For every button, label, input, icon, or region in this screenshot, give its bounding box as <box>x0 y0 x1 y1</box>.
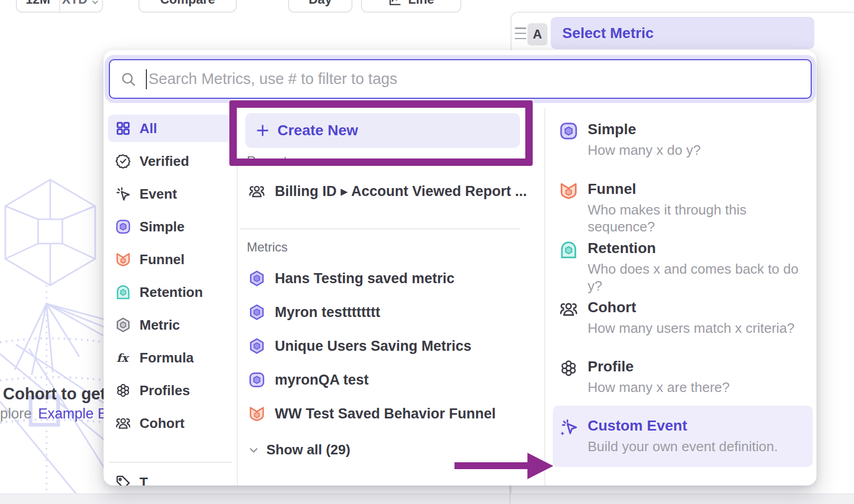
sidebar-item-simple[interactable]: Simple <box>108 213 233 240</box>
event-cursor-icon <box>115 186 131 202</box>
list-divider-vertical <box>544 108 545 486</box>
search-bar[interactable] <box>109 59 812 99</box>
cohort-people-icon <box>559 298 578 337</box>
show-all-button[interactable]: Show all (29) <box>247 442 350 458</box>
metric-item-label: WW Test Saved Behavior Funnel <box>275 406 496 422</box>
metric-row-badge: A <box>527 23 547 45</box>
sidebar-item-metric[interactable]: Metric <box>108 311 233 339</box>
custom-event-icon <box>559 417 578 455</box>
chevron-down-icon <box>90 0 100 7</box>
verified-badge-icon <box>115 153 131 169</box>
search-input[interactable] <box>148 70 811 88</box>
sidebar-item-funnel[interactable]: Funnel <box>108 246 233 273</box>
simple-metric-icon <box>248 371 265 388</box>
cohort-people-icon <box>248 183 265 200</box>
chevron-down-icon <box>247 444 260 456</box>
metric-item-label: myronQA test <box>275 372 369 388</box>
metric-list-item[interactable]: Unique Users Saving Metrics <box>248 338 471 354</box>
sidebar-divider <box>109 462 231 463</box>
metric-list-item[interactable]: Hans Testing saved metric <box>248 270 454 287</box>
sidebar-label: Cohort <box>140 415 184 432</box>
type-title: Funnel <box>588 180 807 198</box>
sidebar-label: Formula <box>140 350 194 366</box>
sidebar-item-verified[interactable]: Verified <box>108 147 233 175</box>
sidebar-label: T <box>140 474 148 486</box>
retention-icon <box>559 239 578 294</box>
search-icon <box>120 71 136 87</box>
svg-text:fx: fx <box>117 351 130 365</box>
simple-metric-icon <box>559 120 578 158</box>
cohort-people-icon <box>115 415 131 431</box>
annotation-arrow <box>454 449 555 483</box>
grid-icon <box>115 120 131 136</box>
metric-list-item[interactable]: myronQA test <box>248 371 369 388</box>
type-title: Simple <box>588 120 701 138</box>
type-profile[interactable]: Profile How many x are there? <box>559 358 807 396</box>
recent-item[interactable]: Billing ID ▸ Account Viewed Report ... <box>248 183 527 200</box>
select-metric-field[interactable]: Select Metric <box>551 17 814 49</box>
type-title: Retention <box>588 239 807 257</box>
type-desc: Who does x and comes back to do y? <box>588 260 807 294</box>
formula-fx-icon: fx <box>115 350 131 366</box>
recent-item-label: Billing ID ▸ Account Viewed Report ... <box>275 183 527 200</box>
sidebar-label: Metric <box>140 317 180 333</box>
saved-metric-icon <box>248 270 265 287</box>
compare-label: Compare <box>160 0 215 7</box>
funnel-icon <box>559 180 578 235</box>
type-cohort[interactable]: Cohort How many users match x criteria? <box>559 298 807 337</box>
funnel-icon <box>115 251 131 267</box>
sidebar-item-profiles[interactable]: Profiles <box>108 377 233 404</box>
sidebar-item-all[interactable]: All <box>108 115 233 142</box>
metrics-header: Metrics <box>247 240 287 255</box>
recents-metrics-divider <box>240 228 520 229</box>
app-root: 12M XTD Compare Day Line or Cohort to ge… <box>0 0 854 504</box>
sidebar-label: Funnel <box>140 251 184 268</box>
simple-metric-icon <box>115 219 131 235</box>
sidebar-item-cohort[interactable]: Cohort <box>108 409 233 437</box>
tag-icon <box>115 474 131 486</box>
type-custom-event[interactable]: Custom Event Build your own event defini… <box>559 417 807 455</box>
type-simple[interactable]: Simple How many x do y? <box>559 120 807 158</box>
type-desc: How many x are there? <box>588 379 730 396</box>
type-funnel[interactable]: Funnel Who makes it through this sequenc… <box>559 180 807 235</box>
range-xtd-label: XTD <box>62 0 87 7</box>
select-metric-label: Select Metric <box>562 25 654 42</box>
explore-prefix: or explore <box>0 406 32 422</box>
metric-item-label: Unique Users Saving Metrics <box>275 338 471 354</box>
sidebar-label: All <box>140 120 157 137</box>
sidebar-item-formula[interactable]: fx Formula <box>108 344 233 371</box>
saved-metric-icon <box>248 304 265 321</box>
day-label: Day <box>309 0 332 7</box>
type-desc: Build your own event definition. <box>588 438 778 455</box>
range-12m-label: 12M <box>25 0 50 7</box>
type-retention[interactable]: Retention Who does x and comes back to d… <box>559 239 807 294</box>
sidebar-item-partial[interactable]: T <box>108 469 233 486</box>
drag-handle-icon[interactable] <box>515 27 526 39</box>
profiles-flower-icon <box>115 382 131 398</box>
page-bottom-band <box>0 493 854 504</box>
metric-item-label: Hans Testing saved metric <box>275 270 454 287</box>
sidebar-label: Verified <box>140 153 189 170</box>
chart-type-line-button[interactable]: Line <box>361 0 461 13</box>
compare-button[interactable]: Compare <box>138 0 237 13</box>
annotation-highlight-box <box>229 100 533 166</box>
type-title: Profile <box>588 358 730 376</box>
sidebar-item-retention[interactable]: Retention <box>108 278 233 306</box>
type-title: Cohort <box>588 298 795 316</box>
sidebar-item-event[interactable]: Event <box>108 180 233 208</box>
funnel-icon <box>248 405 265 422</box>
type-desc: How many users match x criteria? <box>588 320 795 337</box>
line-chart-icon <box>388 0 402 7</box>
panel-divider <box>509 486 510 504</box>
metric-list-item[interactable]: WW Test Saved Behavior Funnel <box>248 405 496 422</box>
granularity-day-button[interactable]: Day <box>288 0 352 13</box>
sidebar-label: Event <box>140 186 177 202</box>
metric-list-item[interactable]: Myron testttttttt <box>248 304 380 321</box>
metric-hexagon-icon <box>115 317 131 333</box>
range-xtd-button[interactable]: XTD <box>59 0 103 12</box>
type-desc: How many x do y? <box>588 142 701 158</box>
profiles-flower-icon <box>559 358 578 396</box>
range-12m-button[interactable]: 12M <box>17 0 59 12</box>
sidebar-label: Retention <box>140 284 203 301</box>
line-label: Line <box>408 0 434 7</box>
